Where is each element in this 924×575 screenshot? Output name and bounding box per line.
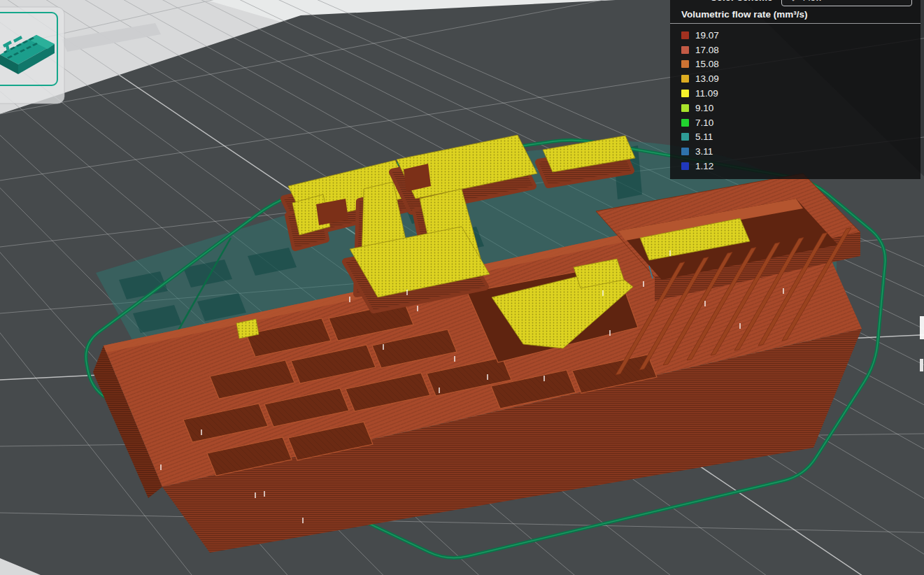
legend-swatch [681, 90, 689, 97]
legend-row: 3.11 [670, 144, 921, 159]
color-scheme-label: Color scheme [710, 0, 772, 3]
legend-swatch [681, 31, 689, 39]
legend-row: 13.09 [670, 71, 921, 86]
legend-row: 17.08 [670, 43, 921, 57]
legend-row: 7.10 [670, 115, 921, 130]
legend-row: 11.09 [670, 86, 921, 101]
legend-row: 15.08 [670, 57, 921, 72]
legend-swatch [681, 46, 689, 54]
legend-row: 19.07 [670, 28, 921, 43]
close-icon[interactable]: ✕ [681, 0, 695, 3]
flow-icon: ◇ [790, 0, 796, 1]
legend-swatch [681, 119, 689, 127]
color-scheme-dropdown[interactable]: ◇ Flow [781, 0, 912, 6]
legend-panel: ✕ Color scheme ◇ Flow Volumetric flow ra… [670, 0, 921, 179]
slicer-preview-window: 9 ✕ Color scheme ◇ Flow Volumetric flow … [0, 0, 924, 575]
legend-swatch [681, 133, 689, 141]
object-thumbnail-card[interactable] [0, 7, 64, 104]
legend-row: 9.10 [670, 101, 921, 115]
legend-swatch [681, 162, 689, 170]
color-scheme-value: Flow [803, 0, 822, 3]
legend-title: Volumetric flow rate (mm³/s) [670, 6, 921, 23]
legend-swatch [681, 60, 689, 68]
legend-rows: 19.07 17.08 15.08 13.09 11.09 9.10 7.10 … [670, 24, 921, 179]
legend-header-row: ✕ Color scheme ◇ Flow [670, 0, 921, 6]
legend-swatch [681, 148, 689, 155]
legend-row: 5.11 [670, 130, 921, 145]
legend-swatch [681, 104, 689, 112]
legend-row: 1.12 [670, 159, 921, 173]
legend-swatch [681, 75, 689, 83]
